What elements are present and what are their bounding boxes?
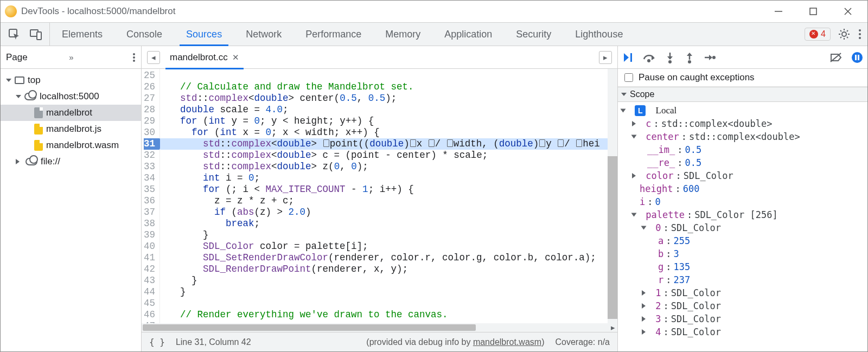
svg-point-16 [859, 29, 861, 31]
var-palette-4[interactable]: 4: SDL_Color [618, 325, 867, 338]
devtools-icon [5, 5, 17, 17]
maximize-button[interactable] [803, 2, 823, 21]
scope-local[interactable]: L Local [618, 104, 867, 117]
svg-point-29 [712, 56, 716, 59]
svg-point-23 [647, 59, 650, 62]
page-panel-label: Page [6, 52, 65, 63]
resume-button[interactable] [622, 52, 634, 63]
svg-point-7 [842, 32, 846, 36]
coverage-status: Coverage: n/a [555, 337, 610, 347]
var-palette-2[interactable]: 2: SDL_Color [618, 299, 867, 312]
line-gutter[interactable]: 2526272829303132333435363738394041424344… [142, 69, 160, 323]
window-titlebar: DevTools - localhost:5000/mandelbrot [1, 1, 867, 22]
devtools-tabbar: ElementsConsoleSourcesNetworkPerformance… [1, 22, 867, 46]
tree-file-scheme[interactable]: file:// [1, 153, 141, 170]
svg-rect-1 [810, 8, 816, 15]
frame-icon [15, 76, 24, 84]
tab-memory[interactable]: Memory [373, 23, 432, 46]
svg-point-19 [133, 53, 135, 55]
svg-point-20 [133, 56, 135, 59]
tree-host[interactable]: localhost:5000 [1, 88, 141, 105]
editor-tab[interactable]: mandelbrot.cc✕ [165, 46, 244, 69]
pause-on-exceptions-toggle[interactable]: Pause on caught exceptions [618, 69, 867, 87]
pause-checkbox[interactable] [624, 73, 633, 82]
svg-rect-22 [630, 53, 632, 62]
nav-back-icon[interactable]: ◂ [147, 51, 160, 64]
nav-fwd-icon[interactable]: ▸ [599, 51, 612, 64]
debugger-panel: Pause on caught exceptions Scope L Local… [618, 46, 867, 351]
var-palette-0-b[interactable]: b: 3 [618, 247, 867, 260]
var-height[interactable]: height: 600 [618, 182, 867, 195]
step-over-button[interactable] [643, 52, 656, 63]
tree-file-mandelbrot-wasm[interactable]: mandelbrot.wasm [1, 137, 141, 153]
local-badge-icon: L [635, 105, 646, 116]
svg-point-25 [668, 60, 672, 63]
cloud-icon [24, 93, 36, 100]
editor-statusbar: { } Line 31, Column 42 (provided via deb… [142, 332, 617, 351]
tree-file-mandelbrot-js[interactable]: mandelbrot.js [1, 121, 141, 137]
close-tab-icon[interactable]: ✕ [232, 53, 239, 62]
error-badge[interactable]: 4 [805, 28, 831, 41]
tab-lighthouse[interactable]: Lighthouse [563, 23, 635, 46]
var-i[interactable]: i: 0 [618, 195, 867, 208]
svg-rect-6 [37, 32, 41, 40]
horizontal-scrollbar[interactable]: ◂▸ [142, 323, 617, 332]
deactivate-breakpoints-button[interactable] [829, 52, 843, 63]
pause-exceptions-button[interactable] [851, 52, 863, 63]
page-navigator: Page » top localhost:5000 mandelbrot man… [1, 46, 142, 351]
step-out-button[interactable] [684, 52, 695, 63]
var-palette-1[interactable]: 1: SDL_Color [618, 286, 867, 299]
tab-performance[interactable]: Performance [293, 23, 373, 46]
scope-variables: L Local c: std::complex<double> center: … [618, 102, 867, 351]
svg-line-12 [840, 30, 841, 31]
svg-line-14 [840, 37, 841, 38]
source-editor: ◂ mandelbrot.cc✕ ▸ 252627282930313233343… [142, 46, 618, 351]
code-content[interactable]: // Calculate and draw the Mandelbrot set… [160, 69, 608, 323]
var-palette-0[interactable]: 0: SDL_Color [618, 221, 867, 234]
panel-more-icon[interactable] [132, 52, 136, 63]
vertical-scrollbar[interactable] [608, 69, 617, 323]
minimize-button[interactable] [769, 2, 788, 21]
cloud-icon [25, 158, 37, 165]
var-center[interactable]: center: std::complex<double> [618, 130, 867, 143]
var-center-re[interactable]: __re_: 0.5 [618, 156, 867, 169]
file-icon [34, 124, 43, 135]
var-c[interactable]: c: std::complex<double> [618, 117, 867, 130]
more-icon[interactable] [858, 28, 862, 40]
svg-point-31 [852, 52, 863, 63]
svg-point-18 [859, 37, 861, 39]
tab-console[interactable]: Console [114, 23, 174, 46]
var-palette-0-a[interactable]: a: 255 [618, 234, 867, 247]
var-palette[interactable]: palette: SDL_Color [256] [618, 208, 867, 221]
tab-security[interactable]: Security [504, 23, 563, 46]
svg-line-15 [847, 30, 848, 31]
overflow-icon[interactable]: » [69, 53, 73, 62]
debug-info-link[interactable]: mandelbrot.wasm [473, 337, 541, 347]
tab-application[interactable]: Application [432, 23, 504, 46]
device-toggle-icon[interactable] [30, 28, 42, 40]
settings-icon[interactable] [838, 28, 850, 40]
svg-rect-33 [858, 55, 859, 60]
file-icon [34, 107, 43, 118]
scope-section-header[interactable]: Scope [618, 87, 867, 102]
var-palette-3[interactable]: 3: SDL_Color [618, 312, 867, 325]
var-palette-0-r[interactable]: r: 237 [618, 273, 867, 286]
tab-sources[interactable]: Sources [174, 23, 234, 46]
file-icon [34, 140, 43, 151]
step-button[interactable] [704, 52, 716, 63]
inspect-icon[interactable] [8, 28, 20, 40]
error-icon [809, 30, 818, 39]
tab-network[interactable]: Network [234, 23, 293, 46]
var-center-im[interactable]: __im_: 0.5 [618, 143, 867, 156]
var-palette-0-g[interactable]: g: 135 [618, 260, 867, 273]
tree-top[interactable]: top [1, 72, 141, 88]
debug-info-source: (provided via debug info by mandelbrot.w… [366, 337, 544, 347]
tree-file-mandelbrot[interactable]: mandelbrot [1, 105, 141, 121]
pretty-print-icon[interactable]: { } [149, 337, 165, 347]
step-into-button[interactable] [665, 52, 675, 63]
tab-elements[interactable]: Elements [50, 23, 114, 46]
var-color[interactable]: color: SDL_Color [618, 169, 867, 182]
svg-rect-32 [855, 55, 857, 60]
close-button[interactable] [838, 2, 858, 21]
svg-point-27 [688, 60, 691, 63]
